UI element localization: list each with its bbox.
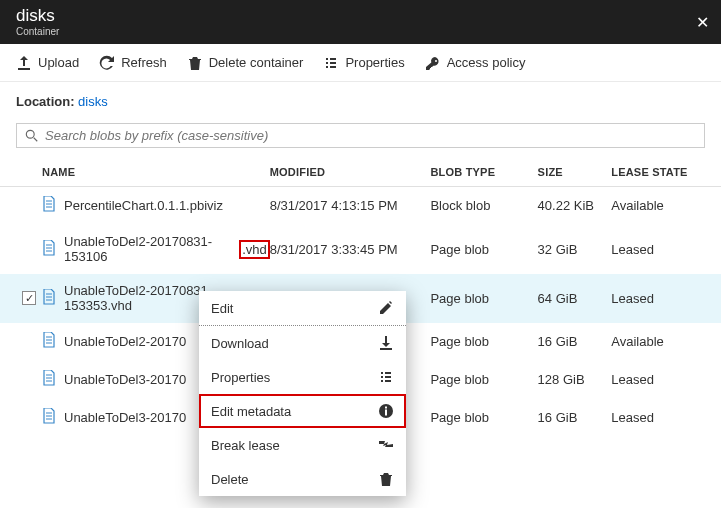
cell-modified: 8/31/2017 3:33:45 PM [270, 242, 431, 257]
svg-rect-3 [385, 410, 387, 416]
cell-modified: 8/31/2017 4:13:15 PM [270, 198, 431, 213]
trash-icon [187, 55, 203, 71]
cell-lease: Available [611, 198, 705, 213]
search-container[interactable] [16, 123, 705, 148]
delete-container-button[interactable]: Delete container [179, 49, 312, 77]
menu-edit[interactable]: Edit [199, 291, 406, 326]
access-policy-label: Access policy [447, 55, 526, 70]
menu-download[interactable]: Download [199, 326, 406, 360]
col-header-modified[interactable]: MODIFIED [270, 166, 431, 178]
cell-blobtype: Page blob [430, 242, 537, 257]
col-header-blobtype[interactable]: BLOB TYPE [430, 166, 537, 178]
cell-lease: Leased [611, 242, 705, 257]
cell-blobtype: Page blob [430, 372, 537, 387]
context-menu: Edit Download Properties Edit metadata B… [199, 291, 406, 496]
refresh-label: Refresh [121, 55, 167, 70]
file-name: UnableToDel2-20170 [64, 334, 186, 349]
key-icon [425, 55, 441, 71]
list-icon [323, 55, 339, 71]
file-icon [42, 289, 56, 308]
menu-edit-metadata-label: Edit metadata [211, 404, 291, 419]
file-icon [42, 408, 56, 427]
properties-label: Properties [345, 55, 404, 70]
file-icon [42, 370, 56, 389]
list-icon [378, 369, 394, 385]
file-icon [42, 332, 56, 351]
cell-size: 32 GiB [538, 242, 612, 257]
file-name: UnableToDel2-20170831-153106 [64, 234, 231, 264]
cell-lease: Leased [611, 410, 705, 425]
cell-size: 128 GiB [538, 372, 612, 387]
cell-lease: Leased [611, 291, 705, 306]
cell-blobtype: Page blob [430, 410, 537, 425]
close-icon[interactable]: ✕ [696, 13, 709, 32]
menu-download-label: Download [211, 336, 269, 351]
file-name: UnableToDel3-20170 [64, 372, 186, 387]
cell-blobtype: Page blob [430, 334, 537, 349]
search-input[interactable] [45, 128, 696, 143]
menu-break-lease[interactable]: Break lease [199, 428, 406, 462]
location-bar: Location: disks [0, 82, 721, 117]
file-name: UnableToDel3-20170 [64, 410, 186, 425]
cell-size: 16 GiB [538, 410, 612, 425]
refresh-icon [99, 55, 115, 71]
window-title: disks [16, 7, 59, 24]
svg-line-1 [34, 137, 38, 141]
info-icon [378, 403, 394, 419]
refresh-button[interactable]: Refresh [91, 49, 175, 77]
upload-label: Upload [38, 55, 79, 70]
upload-icon [16, 55, 32, 71]
upload-button[interactable]: Upload [8, 49, 87, 77]
col-header-lease[interactable]: LEASE STATE [611, 166, 705, 178]
table-row[interactable]: PercentileChart.0.1.1.pbiviz8/31/2017 4:… [0, 187, 721, 225]
highlighted-extension: .vhd [239, 240, 270, 259]
col-header-size[interactable]: SIZE [538, 166, 612, 178]
menu-properties-label: Properties [211, 370, 270, 385]
download-icon [378, 335, 394, 351]
row-checkbox[interactable] [22, 291, 36, 305]
file-icon [42, 240, 56, 259]
access-policy-button[interactable]: Access policy [417, 49, 534, 77]
menu-break-lease-label: Break lease [211, 438, 280, 453]
menu-delete-label: Delete [211, 472, 249, 487]
trash-icon [378, 471, 394, 487]
location-label: Location: [16, 94, 78, 109]
menu-edit-metadata[interactable]: Edit metadata [199, 394, 406, 428]
break-icon [378, 437, 394, 453]
delete-container-label: Delete container [209, 55, 304, 70]
search-icon [25, 129, 39, 143]
cell-size: 40.22 KiB [538, 198, 612, 213]
location-link[interactable]: disks [78, 94, 108, 109]
cell-size: 64 GiB [538, 291, 612, 306]
cell-blobtype: Page blob [430, 291, 537, 306]
toolbar: Upload Refresh Delete container Properti… [0, 44, 721, 82]
properties-button[interactable]: Properties [315, 49, 412, 77]
window-subtitle: Container [16, 26, 59, 37]
file-icon [42, 196, 56, 215]
menu-delete[interactable]: Delete [199, 462, 406, 496]
svg-point-0 [26, 130, 34, 138]
cell-lease: Leased [611, 372, 705, 387]
file-name: PercentileChart.0.1.1.pbiviz [64, 198, 223, 213]
cell-lease: Available [611, 334, 705, 349]
col-header-name[interactable]: NAME [42, 166, 270, 178]
table-row[interactable]: UnableToDel2-20170831-153106.vhd8/31/201… [0, 225, 721, 274]
svg-rect-4 [385, 407, 387, 409]
menu-properties[interactable]: Properties [199, 360, 406, 394]
cell-size: 16 GiB [538, 334, 612, 349]
menu-edit-label: Edit [211, 301, 233, 316]
table-header-row: NAME MODIFIED BLOB TYPE SIZE LEASE STATE [0, 158, 721, 187]
pencil-icon [378, 300, 394, 316]
window-header: disks Container ✕ [0, 0, 721, 44]
cell-blobtype: Block blob [430, 198, 537, 213]
